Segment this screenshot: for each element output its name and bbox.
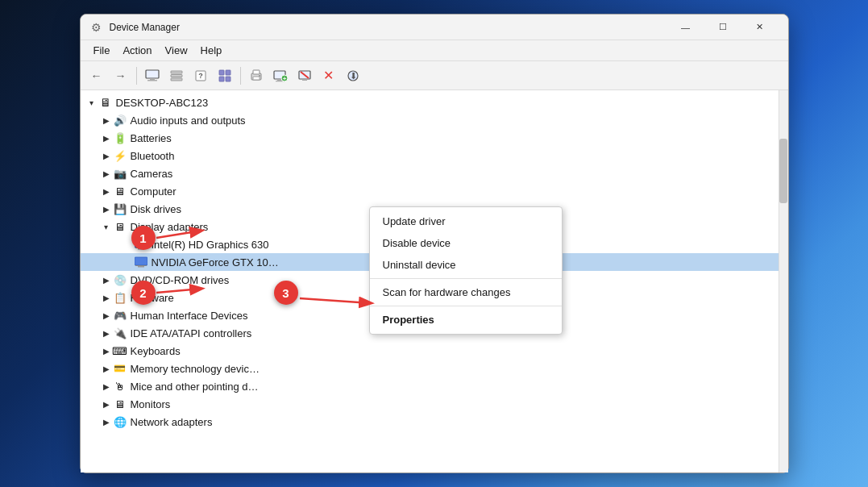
svg-point-15 (259, 75, 260, 77)
window-icon: ⚙ (90, 21, 103, 34)
disk-label: Disk drives (131, 203, 182, 215)
root-expander[interactable]: ▾ (85, 98, 98, 107)
scrollbar-thumb[interactable] (779, 139, 787, 203)
expand-hid[interactable]: ▶ (100, 311, 113, 320)
expand-batteries[interactable]: ▶ (100, 134, 113, 143)
toolbar-separator-1 (136, 67, 137, 85)
list-item[interactable]: ▶ ⚡ Bluetooth (81, 147, 779, 164)
expand-memory[interactable]: ▶ (100, 364, 113, 373)
toolbar: ← → ? (81, 61, 788, 90)
expand-mice[interactable]: ▶ (100, 382, 113, 391)
context-menu: Update driver Disable device Uninstall d… (369, 206, 563, 335)
nvidia-gpu-label: NVIDIA GeForce GTX 10… (152, 256, 279, 268)
expand-disk[interactable]: ▶ (100, 205, 113, 214)
expand-computer[interactable]: ▶ (100, 187, 113, 196)
list-item[interactable]: ▶ 📷 Cameras (81, 164, 779, 182)
device-manager-view-button[interactable] (141, 65, 164, 87)
network-label: Network adapters (131, 416, 213, 428)
svg-rect-11 (226, 77, 230, 81)
expand-cameras[interactable]: ▶ (100, 169, 113, 178)
expand-network[interactable]: ▶ (100, 418, 113, 427)
nvidia-gpu-icon (134, 255, 148, 269)
menu-action[interactable]: Action (116, 43, 158, 58)
bluetooth-label: Bluetooth (131, 150, 175, 162)
expand-keyboards[interactable]: ▶ (100, 347, 113, 356)
expand-firmware[interactable]: ▶ (100, 293, 113, 302)
uninstall-button[interactable]: ✕ (318, 65, 340, 87)
ctx-separator-2 (370, 306, 562, 306)
menu-help[interactable]: Help (194, 43, 229, 58)
cameras-icon: 📷 (113, 166, 127, 181)
ctx-disable-device[interactable]: Disable device (370, 232, 562, 254)
disable-button[interactable] (293, 65, 316, 87)
list-item[interactable]: ▶ 🖱 Mice and other pointing d… (81, 377, 779, 395)
svg-text:⬇: ⬇ (349, 71, 356, 81)
firmware-label: Firmware (131, 292, 174, 304)
menu-view[interactable]: View (159, 43, 194, 58)
tree-root[interactable]: ▾ 🖥 DESKTOP-ABC123 (81, 94, 779, 111)
ctx-separator-1 (370, 278, 562, 279)
display-icon: 🖥 (113, 219, 127, 234)
audio-icon: 🔊 (113, 113, 127, 127)
forward-button[interactable]: → (110, 65, 132, 87)
dvd-label: DVD/CD-ROM drives (131, 274, 230, 286)
maximize-button[interactable]: ☐ (704, 15, 741, 40)
properties-button[interactable]: ? (189, 65, 212, 87)
list-item[interactable]: ▶ 🔊 Audio inputs and outputs (81, 111, 779, 129)
list-view-button[interactable] (165, 65, 188, 87)
expand-bluetooth[interactable]: ▶ (100, 152, 113, 160)
minimize-button[interactable]: — (667, 15, 704, 40)
svg-rect-13 (253, 70, 260, 74)
list-item[interactable]: ▶ 🔋 Batteries (81, 129, 779, 147)
svg-rect-9 (226, 70, 230, 75)
computer-item-icon: 🖥 (113, 184, 127, 198)
expand-audio[interactable]: ▶ (100, 116, 113, 125)
scrollbar-track[interactable] (779, 90, 788, 472)
computer-icon: 🖥 (98, 95, 113, 110)
batteries-icon: 🔋 (113, 131, 127, 145)
update-button[interactable]: ⬇ (342, 65, 364, 87)
root-label: DESKTOP-ABC123 (116, 97, 209, 109)
svg-rect-28 (138, 248, 144, 250)
back-button[interactable]: ← (85, 65, 108, 87)
mice-label: Mice and other pointing d… (131, 381, 259, 393)
svg-rect-4 (171, 74, 182, 77)
cameras-label: Cameras (131, 168, 173, 180)
svg-rect-31 (138, 266, 144, 268)
audio-label: Audio inputs and outputs (131, 114, 246, 127)
svg-rect-1 (150, 78, 155, 80)
svg-rect-5 (171, 78, 182, 81)
ctx-update-driver[interactable]: Update driver (370, 210, 562, 232)
expand-monitors[interactable]: ▶ (100, 400, 113, 409)
hid-icon: 🎮 (113, 308, 127, 323)
ctx-properties[interactable]: Properties (370, 309, 562, 331)
title-bar: ⚙ Device Manager — ☐ ✕ (81, 15, 788, 40)
mice-icon: 🖱 (113, 379, 127, 393)
list-item[interactable]: ▶ 💳 Memory technology devic… (81, 360, 779, 377)
firmware-icon: 📋 (113, 290, 127, 305)
ide-label: IDE ATA/ATAPI controllers (131, 327, 252, 339)
scan-button[interactable]: + (269, 65, 292, 87)
svg-rect-14 (253, 77, 260, 80)
list-item[interactable]: ▶ 🖥 Monitors (81, 395, 779, 413)
keyboards-label: Keyboards (131, 345, 181, 357)
monitors-icon: 🖥 (113, 397, 127, 411)
memory-icon: 💳 (113, 361, 127, 376)
list-item[interactable]: ▶ 🌐 Network adapters (81, 413, 779, 431)
menu-file[interactable]: File (87, 43, 117, 58)
intel-gpu-label: Intel(R) HD Graphics 630 (152, 239, 269, 251)
resource-button[interactable] (214, 65, 236, 87)
expand-dvd[interactable]: ▶ (100, 276, 113, 285)
expand-ide[interactable]: ▶ (100, 329, 113, 338)
list-item[interactable]: ▶ ⌨ Keyboards (81, 342, 779, 360)
expand-display[interactable]: ▾ (100, 223, 113, 231)
svg-rect-22 (302, 79, 307, 81)
ctx-scan-hardware[interactable]: Scan for hardware changes (370, 281, 562, 303)
ctx-uninstall-device[interactable]: Uninstall device (370, 254, 562, 276)
close-button[interactable]: ✕ (741, 15, 779, 40)
intel-gpu-icon (134, 237, 148, 252)
memory-label: Memory technology devic… (131, 363, 260, 375)
print-button[interactable] (245, 65, 268, 87)
svg-rect-27 (135, 248, 147, 248)
list-item[interactable]: ▶ 🖥 Computer (81, 182, 779, 200)
